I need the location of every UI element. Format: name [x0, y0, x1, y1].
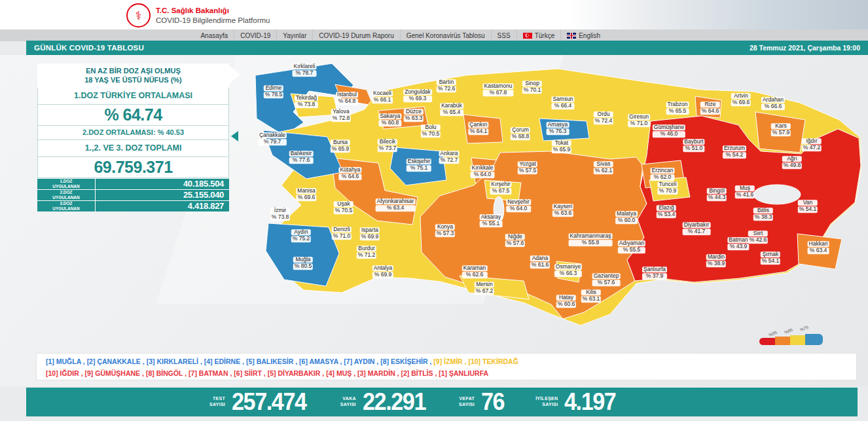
ranking-separator: , — [395, 369, 401, 377]
nav-item-label: SSS — [497, 32, 511, 39]
daily-stat-label: VAKA SAYISI — [340, 396, 356, 408]
applied-dose-label: 2.DOZ UYGULANAN — [37, 190, 96, 200]
nav-item-english[interactable]: English — [560, 29, 606, 41]
nav-item-label: Genel Koronavirüs Tablosu — [407, 32, 485, 39]
province-value: % 63.3 — [404, 116, 424, 122]
flag-tr-icon: ☪ — [523, 33, 532, 39]
applied-dose-label: 1.DOZ UYGULANAN — [37, 179, 96, 189]
province-value: % 60.8 — [378, 120, 401, 126]
province-name: Mersin — [475, 282, 494, 287]
map-province-label: Uşak% 70.5 — [334, 201, 353, 214]
province-name: Bilecik — [378, 139, 397, 145]
map-province-label: Bartın% 72.6 — [437, 79, 456, 92]
ranking-separator: , — [320, 369, 326, 377]
province-name: Yalova — [331, 109, 351, 115]
ministry-logo[interactable]: ⚕ T.C. Sağlık Bakanlığı COVID-19 Bilgile… — [126, 3, 270, 27]
province-name: Malatya — [615, 211, 638, 217]
map-province-label: Yalova% 72.8 — [331, 109, 351, 122]
province-value: % 70.9 — [657, 189, 678, 194]
map-province-label: Hakkari% 63.4 — [808, 241, 829, 254]
map-province-label: Osmaniye% 66.3 — [554, 264, 582, 277]
province-value: % 69.9 — [360, 234, 380, 240]
ranking-separator: , — [240, 357, 246, 365]
map-province-label: Kocaeli% 66.1 — [372, 90, 393, 103]
province-name: Aksaray — [480, 214, 503, 220]
province-name: Bartın — [437, 79, 456, 85]
province-name: Muş — [735, 185, 755, 191]
province-value: % 69.3 — [403, 96, 432, 102]
province-value: % 64.0 — [470, 172, 494, 178]
map-province-label: Çorum% 68.8 — [511, 127, 530, 140]
map-province-label: Erzincan% 62.0 — [650, 168, 674, 181]
province-name: Tekirdağ — [295, 95, 318, 101]
nav-item-t-rk-e[interactable]: ☪Türkçe — [516, 29, 561, 41]
province-value: % 53.4 — [657, 212, 676, 218]
province-name: Muğla — [293, 257, 313, 263]
province-value: % 38.9 — [706, 261, 726, 267]
province-name: Rize — [700, 101, 720, 107]
province-name: Bitlis — [753, 208, 773, 213]
ranking-entry: [7] AYDIN — [344, 357, 374, 365]
province-value: % 72.6 — [437, 86, 456, 92]
nav-item-anasayfa[interactable]: Anasayfa — [194, 29, 234, 41]
nav-item-label: Türkçe — [535, 32, 555, 39]
map-province-label: Tunceli% 70.9 — [657, 181, 678, 194]
nav-item-covid-19-durum-raporu[interactable]: COVID-19 Durum Raporu — [312, 29, 399, 41]
nav-item-sss[interactable]: SSS — [491, 29, 516, 41]
daily-stat-label: TEST SAYISI — [209, 396, 225, 408]
map-province-label: Tokat% 65.9 — [552, 140, 571, 153]
province-name: Niğde — [505, 234, 525, 240]
province-value: % 71.0 — [628, 121, 650, 127]
province-value: % 70.1 — [522, 88, 542, 94]
legend-yellow-segment — [790, 335, 805, 345]
province-value: % 55.8 — [569, 240, 613, 246]
applied-dose-row: 1.DOZ UYGULANAN40.185.504 — [37, 178, 229, 189]
applied-dose-label: 3.DOZ UYGULANAN — [37, 201, 96, 211]
province-name: Aydın — [291, 229, 311, 235]
legend-blue-segment — [805, 334, 823, 345]
map-province-label: Niğde% 57.6 — [505, 234, 525, 247]
ranking-separator: , — [352, 369, 357, 377]
platform-name: COVID-19 Bilgilendirme Platformu — [156, 16, 270, 26]
map-province-label: Yozgat% 57.5 — [518, 161, 537, 174]
province-name: Bursa — [331, 139, 350, 145]
daily-stat-value: 22.291 — [363, 388, 425, 416]
ranking-separator: , — [228, 369, 234, 377]
province-value: % 66.3 — [554, 271, 582, 277]
ranking-entry: [10] IĞDIR — [46, 369, 79, 377]
ranking-entry: [8] ESKİŞEHİR — [380, 357, 427, 365]
map-province-label: Eskişehir% 75.1 — [407, 158, 431, 172]
province-value: % 78.5 — [264, 92, 283, 98]
province-name: Kocaeli — [372, 90, 393, 96]
map-province-label: Çankırı% 64.1 — [468, 122, 488, 135]
province-value: % 60.0 — [615, 218, 638, 224]
daily-stat-vefat-sayisi: VEFAT SAYISI76 — [459, 388, 505, 416]
ranking-separator: , — [433, 369, 439, 377]
province-name: Tokat — [552, 140, 571, 146]
province-name: Adıyaman — [618, 240, 645, 246]
map-province-label: Adıyaman% 55.5 — [618, 240, 645, 253]
nav-item-genel-koronavir-s-tablosu[interactable]: Genel Koronavirüs Tablosu — [400, 29, 491, 41]
map-province-label: Muğla% 80.5 — [293, 257, 313, 270]
province-value: % 67.2 — [475, 289, 494, 295]
province-value: % 73.8 — [295, 102, 318, 108]
map-province-label: Amasya% 76.3 — [547, 122, 570, 135]
province-value: % 72.7 — [439, 158, 460, 164]
province-value: % 65.9 — [331, 147, 350, 153]
daily-stat-test-sayisi: TEST SAYISI257.474 — [209, 388, 310, 416]
ranking-entry: [4] EDİRNE — [204, 357, 240, 365]
province-value: % 78.7 — [292, 71, 316, 77]
vaccination-panel: EN AZ BİR DOZ AŞI OLMUŞ 18 YAŞ VE ÜSTÜ N… — [37, 64, 229, 211]
nav-item-label: Yayınlar — [283, 32, 306, 39]
province-name: Hatay — [556, 295, 576, 301]
province-value: % 57.6 — [505, 241, 525, 247]
province-value: % 57.6 — [592, 280, 621, 286]
map-province-label: Kütahya% 64.6 — [338, 167, 361, 180]
daily-stat-vaka-sayisi: VAKA SAYISI22.291 — [340, 388, 429, 416]
province-value: % 70.5 — [334, 208, 353, 214]
province-value: % 61.6 — [530, 263, 550, 268]
nav-item-label: COVID-19 Durum Raporu — [319, 32, 393, 39]
nav-item-yay-nlar[interactable]: Yayınlar — [276, 29, 312, 41]
ranking-entry: [2] BİTLİS — [401, 369, 433, 377]
nav-item-covid-19[interactable]: COVID-19 — [234, 29, 276, 41]
